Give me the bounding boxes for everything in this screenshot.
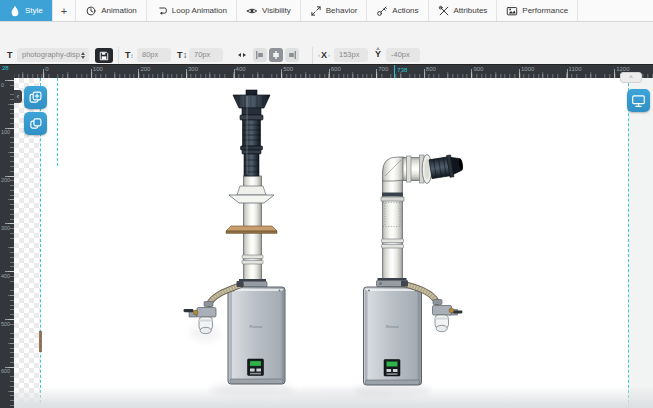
- ruler-label: 500: [1, 321, 10, 327]
- y-position-label: Y: [375, 47, 381, 63]
- tab-actions[interactable]: Actions: [367, 0, 428, 21]
- heater-right-brand: Rinnai: [386, 324, 399, 329]
- scene-artwork: Rinnai: [14, 78, 653, 408]
- add-image-button[interactable]: [24, 86, 47, 109]
- tab-label: Visibility: [262, 6, 291, 15]
- ruler-tick: [614, 69, 615, 78]
- ruler-label: 1000: [521, 66, 534, 72]
- ruler-tick: [376, 69, 377, 78]
- ruler-tick: [519, 69, 520, 78]
- ruler-label: 400: [236, 66, 246, 72]
- heater-left-brand: Rinnai: [249, 324, 262, 329]
- tab-label: Style: [25, 6, 43, 15]
- heater-right-valve: [433, 306, 463, 332]
- ruler-label: 0: [45, 66, 48, 72]
- align-right-button[interactable]: [285, 48, 299, 62]
- tab-loop-animation[interactable]: Loop Animation: [147, 0, 237, 21]
- line-height-label: T↧: [177, 48, 188, 62]
- tab-add[interactable]: +: [53, 0, 76, 21]
- ruler-label: 700: [378, 66, 388, 72]
- ruler-label: 200: [1, 177, 10, 183]
- ruler-label: 100: [93, 66, 103, 72]
- font-family-select[interactable]: photography-disp: [17, 48, 89, 62]
- tools-icon: [438, 5, 450, 17]
- ruler-tick: [91, 69, 92, 78]
- ruler-label: 1100: [569, 66, 582, 72]
- style-toolbar: T photography-disp T↕ 80px T↧ 70px: [0, 22, 653, 64]
- ruler-label: 200: [140, 66, 150, 72]
- tab-label: Attributes: [454, 6, 488, 15]
- save-font-button[interactable]: [95, 48, 113, 63]
- ruler-label: 600: [331, 66, 341, 72]
- floppy-icon: [99, 51, 109, 61]
- tab-label: Loop Animation: [172, 6, 227, 15]
- ruler-label: 300: [188, 66, 198, 72]
- tab-style[interactable]: Style: [0, 0, 53, 21]
- font-size-input[interactable]: 80px: [137, 48, 171, 62]
- inspector-tabbar: Style + Animation Loop Animation Visibil…: [0, 0, 653, 22]
- align-left-button[interactable]: [253, 48, 267, 62]
- vent-cap-side: [429, 153, 465, 180]
- ruler-label: 500: [283, 66, 293, 72]
- droplet-icon: [9, 5, 21, 17]
- add-image-icon: [27, 89, 44, 106]
- tab-label: +: [61, 5, 67, 17]
- vent-cap-vertical: [233, 90, 270, 176]
- ruler-label: 0: [1, 82, 4, 88]
- app-window: Style + Animation Loop Animation Visibil…: [0, 0, 653, 408]
- ruler-label: 300: [1, 225, 10, 231]
- ruler-tick: [5, 80, 14, 81]
- horizontal-ruler[interactable]: 0100200300400500600700800900100011001200…: [14, 64, 653, 78]
- diagonal-arrows-icon: [310, 5, 322, 17]
- ruler-tick: [138, 69, 139, 78]
- image-icon: [506, 5, 518, 17]
- ruler-tick: [424, 69, 425, 78]
- tab-visibility[interactable]: Visibility: [237, 0, 301, 21]
- ruler-tick: [186, 69, 187, 78]
- heater-right-illustration[interactable]: Rinnai: [364, 153, 465, 385]
- align-left-icon: [255, 50, 265, 60]
- ruler-label: 600: [1, 368, 10, 374]
- clock-icon: [85, 5, 97, 17]
- align-center-button[interactable]: [269, 48, 283, 62]
- tab-label: Animation: [101, 6, 137, 15]
- ruler-label: 900: [473, 66, 483, 72]
- font-size-label: T↕: [125, 48, 134, 62]
- preview-button[interactable]: [627, 89, 650, 112]
- line-height-input[interactable]: 70px: [189, 48, 223, 62]
- tab-behavior[interactable]: Behavior: [301, 0, 368, 21]
- key-icon: [376, 5, 388, 17]
- left-panel-collapse-handle[interactable]: ‹: [14, 90, 22, 103]
- ruler-corner: 28: [0, 64, 14, 78]
- eye-icon: [246, 5, 258, 17]
- ruler-tick: [471, 69, 472, 78]
- ruler-cursor-line: 738: [394, 65, 395, 78]
- y-position-input[interactable]: -40px: [386, 48, 420, 62]
- tab-label: Behavior: [326, 6, 358, 15]
- duplicate-icon: [27, 115, 44, 132]
- font-family-label: T: [7, 48, 13, 62]
- display-icon: [630, 92, 647, 109]
- x-position-input[interactable]: 153px: [334, 48, 368, 62]
- tab-animation[interactable]: Animation: [76, 0, 147, 21]
- canvas-area[interactable]: Rinnai: [14, 78, 653, 408]
- align-right-icon: [287, 50, 297, 60]
- align-center-icon: [271, 50, 281, 60]
- ruler-tick: [567, 69, 568, 78]
- loop-icon: [156, 5, 168, 17]
- tab-performance[interactable]: Performance: [497, 0, 578, 21]
- ruler-tick: [329, 69, 330, 78]
- vertical-ruler[interactable]: 0100200300400500600: [0, 78, 14, 408]
- tab-label: Performance: [522, 6, 568, 15]
- toolbar-collapse-button[interactable]: ^: [620, 72, 642, 83]
- tab-attributes[interactable]: Attributes: [429, 0, 498, 21]
- duplicate-button[interactable]: [24, 112, 47, 135]
- heater-right-unit: Rinnai: [364, 287, 422, 385]
- ruler-label: 100: [1, 129, 10, 135]
- ruler-vertical-cursor-value: 28: [2, 65, 9, 71]
- ruler-tick: [281, 69, 282, 78]
- horizontal-nudge-arrows-icon[interactable]: [238, 53, 246, 57]
- ruler-label: 800: [426, 66, 436, 72]
- tab-label: Actions: [392, 6, 418, 15]
- ruler-tick: [234, 69, 235, 78]
